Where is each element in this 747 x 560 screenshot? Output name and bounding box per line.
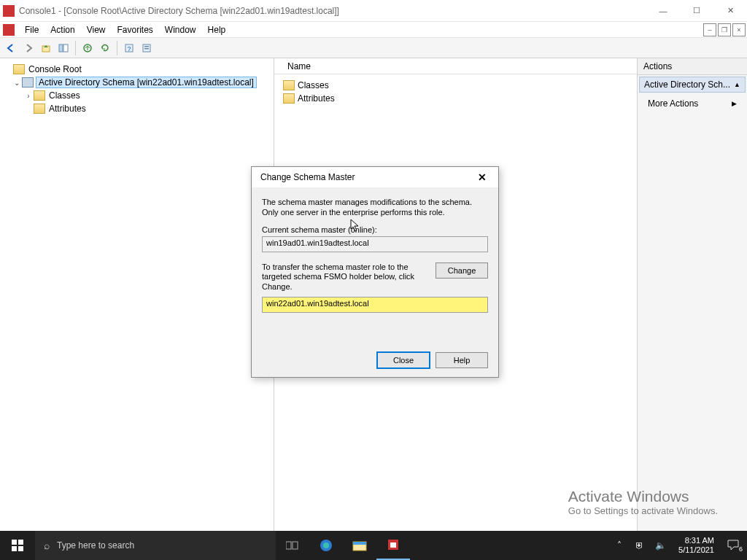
window-title: Console1 - [Console Root\Active Director… bbox=[19, 6, 646, 16]
tray-overflow-icon[interactable]: ˄ bbox=[613, 540, 626, 551]
transfer-text: To transfer the schema master role to th… bbox=[262, 262, 428, 292]
folder-icon bbox=[34, 104, 45, 114]
expander-icon[interactable]: ⌄ bbox=[12, 79, 22, 87]
dialog-close-button[interactable]: ✕ bbox=[473, 170, 491, 184]
notifications-icon[interactable] bbox=[726, 537, 739, 554]
close-button[interactable]: ✕ bbox=[713, 0, 747, 22]
network-icon[interactable]: ⛨ bbox=[633, 540, 646, 551]
mdi-minimize-button[interactable]: – bbox=[703, 23, 716, 36]
menu-action[interactable]: Action bbox=[44, 22, 80, 37]
actions-more[interactable]: More Actions ▶ bbox=[638, 94, 747, 113]
tree-root-label: Console Root bbox=[27, 64, 83, 74]
dialog-description: The schema master manages modifications … bbox=[262, 198, 488, 218]
close-dialog-button[interactable]: Close bbox=[377, 352, 430, 368]
activation-watermark: Activate Windows Go to Settings to activ… bbox=[568, 488, 718, 516]
menubar: File Action View Favorites Window Help –… bbox=[0, 22, 747, 38]
notification-count: 6 bbox=[739, 545, 743, 553]
svg-rect-16 bbox=[390, 542, 396, 548]
titlebar: Console1 - [Console Root\Active Director… bbox=[0, 0, 747, 22]
task-view-button[interactable] bbox=[276, 531, 309, 560]
actions-section[interactable]: Active Directory Sch... ▲ bbox=[639, 77, 746, 93]
windows-logo-icon bbox=[12, 540, 23, 551]
menu-file[interactable]: File bbox=[19, 22, 44, 37]
taskbar-search[interactable]: ⌕ Type here to search bbox=[35, 531, 276, 560]
change-button[interactable]: Change bbox=[436, 262, 488, 279]
column-name[interactable]: Name bbox=[283, 61, 315, 71]
window-buttons: — ☐ ✕ bbox=[646, 0, 747, 22]
menu-favorites[interactable]: Favorites bbox=[112, 22, 159, 37]
folder-icon bbox=[283, 93, 295, 104]
list-item[interactable]: Attributes bbox=[283, 92, 628, 105]
folder-icon bbox=[34, 90, 45, 101]
actions-header: Actions bbox=[638, 58, 747, 75]
target-master-field: win22ad01.win19adtest.local bbox=[262, 297, 488, 313]
change-schema-master-dialog: Change Schema Master ✕ The schema master… bbox=[251, 166, 499, 378]
back-button[interactable] bbox=[3, 40, 19, 56]
actions-pane: Actions Active Directory Sch... ▲ More A… bbox=[638, 58, 747, 531]
actions-section-label: Active Directory Sch... bbox=[644, 79, 730, 90]
menu-window[interactable]: Window bbox=[159, 22, 202, 37]
mmc-icon bbox=[3, 24, 15, 36]
expander-icon[interactable]: › bbox=[23, 92, 34, 100]
app-icon bbox=[3, 5, 15, 17]
svg-point-12 bbox=[323, 542, 329, 548]
clock[interactable]: 8:31 AM 5/11/2021 bbox=[674, 536, 719, 554]
menu-view[interactable]: View bbox=[81, 22, 112, 37]
watermark-title: Activate Windows bbox=[568, 488, 718, 505]
menu-help[interactable]: Help bbox=[202, 22, 232, 37]
svg-rect-8 bbox=[144, 48, 149, 50]
minimize-button[interactable]: — bbox=[646, 0, 680, 22]
task-icons bbox=[276, 531, 410, 560]
taskbar-app-explorer[interactable] bbox=[343, 531, 376, 560]
refresh-button[interactable] bbox=[97, 40, 113, 56]
collapse-up-icon: ▲ bbox=[734, 81, 740, 88]
actions-more-label: More Actions bbox=[648, 98, 698, 109]
arrow-right-icon: ▶ bbox=[732, 100, 737, 107]
watermark-subtitle: Go to Settings to activate Windows. bbox=[568, 505, 718, 516]
svg-rect-14 bbox=[353, 542, 366, 545]
properties-button[interactable] bbox=[139, 40, 155, 56]
tree-attributes[interactable]: Attributes bbox=[3, 102, 271, 115]
clock-date: 5/11/2021 bbox=[678, 545, 714, 555]
svg-rect-7 bbox=[144, 46, 149, 47]
mdi-close-button[interactable]: × bbox=[732, 23, 746, 36]
current-master-field: win19ad01.win19adtest.local bbox=[262, 236, 488, 252]
export-button[interactable] bbox=[80, 40, 96, 56]
list-item[interactable]: Classes bbox=[283, 79, 628, 92]
folder-icon bbox=[283, 80, 295, 90]
list-body: Classes Attributes bbox=[274, 74, 637, 109]
tree-attributes-label: Attributes bbox=[47, 104, 88, 114]
ad-schema-icon bbox=[22, 77, 34, 88]
help-dialog-button[interactable]: Help bbox=[436, 352, 488, 368]
taskbar[interactable]: ⌕ Type here to search ˄ ⛨ 🔈 8:31 AM 5/11… bbox=[0, 531, 747, 560]
show-hide-tree-button[interactable] bbox=[55, 40, 71, 56]
tree-classes-label: Classes bbox=[47, 90, 82, 101]
dialog-titlebar[interactable]: Change Schema Master ✕ bbox=[252, 167, 498, 187]
list-item-label: Classes bbox=[298, 80, 329, 90]
svg-text:?: ? bbox=[127, 45, 131, 52]
tree-ad-schema-label: Active Directory Schema [win22ad01.win19… bbox=[36, 77, 257, 88]
system-tray[interactable]: ˄ ⛨ 🔈 8:31 AM 5/11/2021 6 bbox=[613, 531, 747, 560]
tree-classes[interactable]: › Classes bbox=[3, 89, 271, 102]
svg-rect-2 bbox=[63, 44, 68, 52]
list-header[interactable]: Name bbox=[274, 58, 637, 74]
up-button[interactable] bbox=[38, 40, 54, 56]
help-button[interactable]: ? bbox=[121, 40, 137, 56]
console-root-icon bbox=[13, 64, 25, 74]
tree-ad-schema[interactable]: ⌄ Active Directory Schema [win22ad01.win… bbox=[3, 76, 271, 89]
dialog-title: Change Schema Master bbox=[260, 172, 355, 182]
list-item-label: Attributes bbox=[298, 93, 335, 104]
start-button[interactable] bbox=[0, 531, 35, 560]
mdi-restore-button[interactable]: ❐ bbox=[718, 23, 731, 36]
search-placeholder: Type here to search bbox=[57, 540, 134, 551]
taskbar-app-edge[interactable] bbox=[309, 531, 343, 560]
taskbar-app-mmc[interactable] bbox=[376, 531, 410, 560]
mdi-buttons: – ❐ × bbox=[703, 23, 746, 36]
svg-rect-10 bbox=[293, 542, 298, 549]
forward-button[interactable] bbox=[20, 40, 36, 56]
maximize-button[interactable]: ☐ bbox=[680, 0, 713, 22]
tree-root[interactable]: Console Root bbox=[3, 63, 271, 76]
volume-icon[interactable]: 🔈 bbox=[654, 540, 667, 551]
tree-pane[interactable]: Console Root ⌄ Active Directory Schema [… bbox=[0, 58, 274, 531]
svg-rect-9 bbox=[286, 542, 291, 549]
